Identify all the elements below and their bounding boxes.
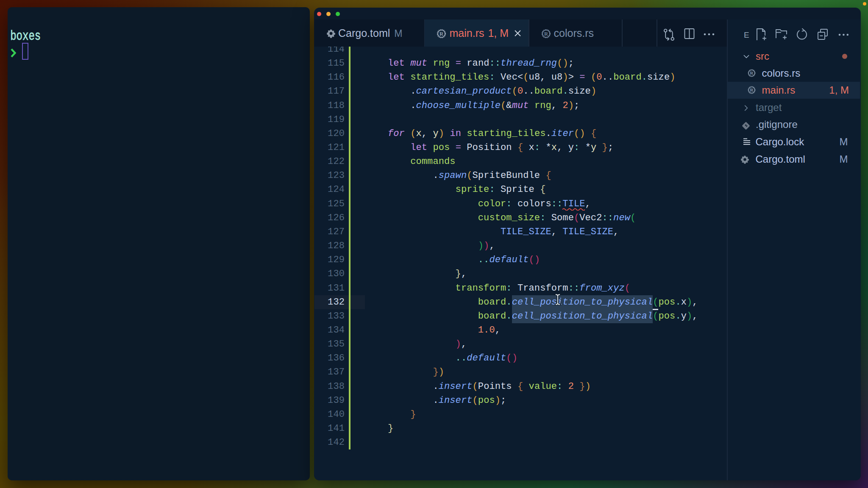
svg-text:R: R (440, 30, 444, 37)
svg-text:R: R (750, 88, 753, 93)
svg-text:R: R (750, 70, 753, 75)
svg-text:R: R (544, 30, 548, 37)
